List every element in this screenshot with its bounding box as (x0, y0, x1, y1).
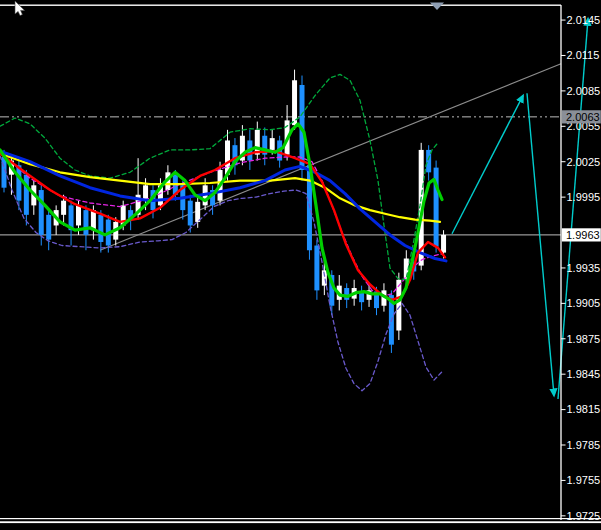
axis-label: 1.9905 (567, 297, 601, 309)
candle-body (83, 210, 88, 235)
candle-body (188, 201, 193, 226)
candle-body (314, 246, 319, 291)
axis-label: 1.9995 (567, 191, 601, 203)
candle-body (441, 235, 446, 253)
candle-body (61, 201, 66, 215)
candle-body (396, 280, 401, 331)
candle-body (76, 205, 81, 225)
candle-body (270, 138, 275, 150)
axis-label: 1.9785 (567, 439, 601, 451)
bottom-border-line-1 (0, 518, 601, 519)
axis-label: 1.9845 (567, 368, 601, 380)
candle-body (195, 202, 200, 222)
axis-label: 2.0085 (567, 85, 601, 97)
axis-label: 1.9875 (567, 333, 601, 345)
chart-background (0, 0, 601, 530)
price-chart[interactable]: 2.01452.01152.00852.00552.00251.99951.99… (0, 0, 601, 530)
bottom-border-line-2 (0, 521, 601, 523)
price-box-label: 2.0063 (566, 111, 600, 123)
candle-body (98, 215, 103, 242)
candle-body (292, 80, 297, 125)
price-box-label: 1.9963 (566, 229, 600, 241)
axis-label: 2.0115 (567, 49, 600, 61)
axis-label: 2.0145 (567, 14, 601, 26)
axis-label: 1.9815 (567, 403, 601, 415)
axis-label: 2.0025 (567, 156, 601, 168)
axis-label: 1.9755 (567, 474, 601, 486)
candle-body (39, 190, 44, 235)
axis-label: 1.9935 (567, 262, 601, 274)
chart-window: 2.01452.01152.00852.00552.00251.99951.99… (0, 0, 601, 530)
candle-body (24, 175, 29, 215)
axis-label: 1.9725 (567, 510, 601, 522)
candle-body (46, 215, 51, 240)
candle-body (344, 288, 349, 300)
top-border-line (0, 5, 561, 6)
